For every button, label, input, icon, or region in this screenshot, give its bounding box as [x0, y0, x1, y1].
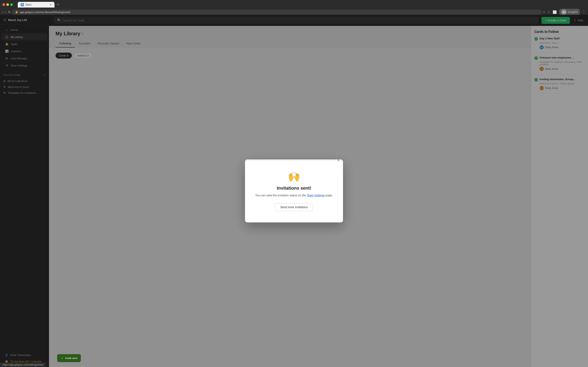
reload-button[interactable]: ↻	[8, 10, 11, 14]
toast-check-icon: ✓	[61, 356, 63, 360]
tab-title: Guru	[26, 3, 31, 6]
tab-close-btn[interactable]: ✕	[50, 3, 52, 6]
url-text: app.getguru.com/my-library/following/car…	[20, 11, 70, 14]
modal-close-button[interactable]: ×	[337, 159, 340, 162]
send-more-invitations-button[interactable]: Send more invitations	[275, 203, 313, 211]
window-close-dot[interactable]	[2, 3, 5, 6]
incognito-badge: AJ Incognito	[559, 9, 580, 15]
modal-desc-before: You can view the invitation status on th…	[255, 194, 307, 197]
window-maximize-dot[interactable]	[10, 3, 13, 6]
bookmark-icon[interactable]: ☆	[547, 10, 550, 14]
new-tab-button[interactable]: +	[55, 2, 61, 8]
invitations-modal: × 🙌 Invitations sent! You can view the i…	[245, 159, 343, 222]
status-bar: https://app.getguru.com/settings/team	[0, 363, 46, 367]
address-bar[interactable]: 🔒 app.getguru.com/my-library/following/c…	[12, 9, 542, 15]
split-view-icon[interactable]: ⬜	[553, 10, 557, 14]
incognito-avatar: AJ	[561, 9, 567, 15]
lock-icon: 🔒	[15, 11, 18, 13]
more-icon[interactable]: ⋮	[582, 10, 586, 14]
team-settings-link[interactable]: Team Settings	[307, 194, 325, 197]
cast-icon: ⎋	[543, 10, 545, 14]
toast-label: Invite sent	[65, 357, 77, 360]
browser-tab-active[interactable]: G Guru ✕	[18, 2, 54, 8]
tab-favicon: G	[21, 3, 24, 6]
forward-button[interactable]: ›	[5, 10, 6, 14]
modal-body: 🙌 Invitations sent! You can view the inv…	[245, 161, 343, 222]
incognito-label: Incognito	[568, 11, 578, 13]
back-button[interactable]: ‹	[2, 10, 3, 14]
modal-top-bar: ×	[245, 159, 343, 161]
modal-desc-after: page.	[325, 194, 333, 197]
modal-emoji: 🙌	[253, 171, 335, 182]
modal-title: Invitations sent!	[253, 185, 335, 191]
status-url: https://app.getguru.com/settings/team	[2, 363, 43, 366]
invite-sent-toast: ✓ Invite sent	[57, 354, 81, 362]
modal-overlay[interactable]: × 🙌 Invitations sent! You can view the i…	[0, 15, 588, 367]
window-minimize-dot[interactable]	[6, 3, 9, 6]
browser-chrome: G Guru ✕ + ‹ › ↻ 🔒 app.getguru.com/my-li…	[0, 0, 588, 15]
modal-description: You can view the invitation status on th…	[253, 193, 335, 198]
